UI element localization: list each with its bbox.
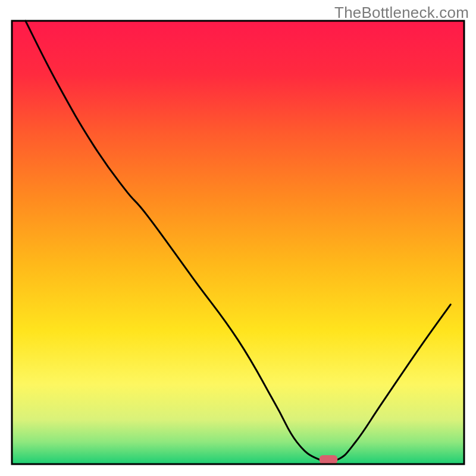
gradient-background bbox=[12, 21, 464, 464]
plot-area bbox=[12, 21, 464, 464]
bottleneck-chart bbox=[0, 0, 476, 476]
watermark-text: TheBottleneck.com bbox=[334, 4, 469, 22]
chart-container: TheBottleneck.com bbox=[0, 0, 476, 476]
optimal-point-marker bbox=[320, 455, 337, 464]
